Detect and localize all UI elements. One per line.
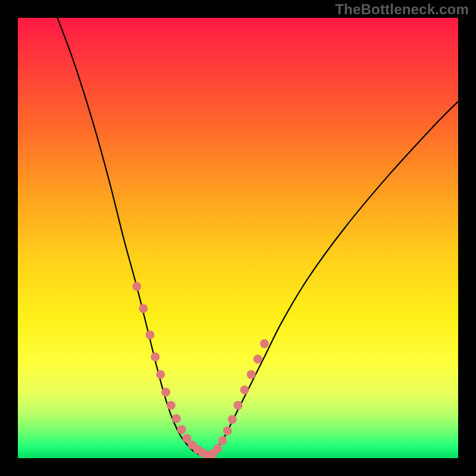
marker-point [172, 414, 181, 423]
marker-point [161, 388, 170, 397]
marker-point [247, 370, 256, 379]
left-curve-line [58, 18, 208, 458]
marker-point [223, 427, 232, 436]
chart-frame: TheBottleneck.com [0, 0, 476, 476]
marker-point [260, 339, 269, 348]
marker-point [228, 415, 237, 424]
watermark-text: TheBottleneck.com [335, 1, 469, 18]
marker-point [151, 352, 159, 361]
chart-svg [18, 18, 458, 458]
right-curve-line [207, 102, 458, 458]
highlight-markers [132, 282, 269, 458]
marker-point [213, 444, 222, 453]
marker-point [240, 386, 249, 394]
marker-point [177, 425, 186, 434]
marker-point [139, 304, 148, 313]
marker-point [218, 436, 227, 445]
marker-point [146, 330, 155, 339]
marker-point [234, 401, 243, 410]
marker-point [156, 370, 165, 379]
marker-point [167, 401, 176, 410]
plot-area [18, 18, 458, 458]
marker-point [132, 282, 141, 291]
marker-point [253, 355, 262, 364]
